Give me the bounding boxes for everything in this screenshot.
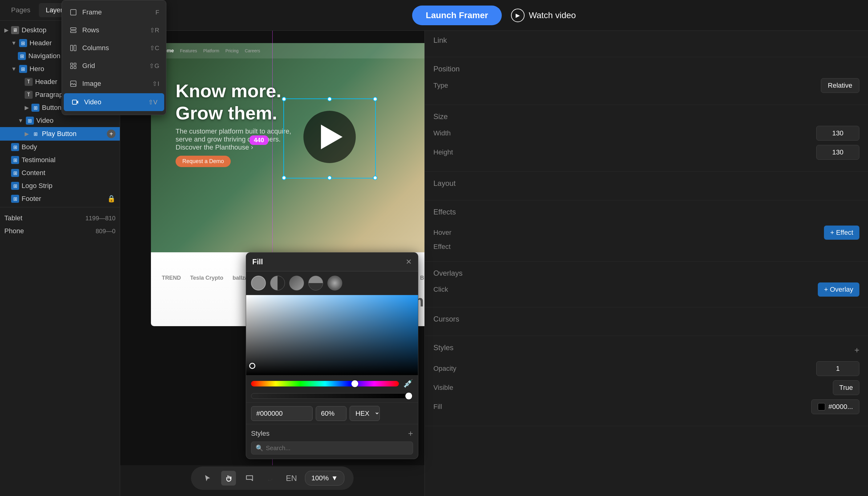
shortcut-label: F	[155, 9, 159, 16]
select-tool-button[interactable]	[200, 471, 215, 485]
layout-title: Layout	[433, 179, 859, 188]
hero-title: Know more.	[176, 80, 291, 102]
mockup-hero-content: Know more. Grow them. The customer platf…	[176, 80, 291, 167]
chevron-icon: ▼	[11, 66, 17, 72]
layer-label: Video	[36, 117, 116, 125]
svg-rect-3	[71, 45, 73, 51]
overlay-button[interactable]: + Overlay	[818, 282, 859, 297]
add-style-button[interactable]: +	[408, 429, 413, 438]
handle-bc[interactable]	[327, 176, 332, 180]
watch-video-button[interactable]: ▶ Watch video	[511, 9, 576, 22]
link-section: Link	[425, 29, 868, 57]
fill-type-gradient[interactable]	[289, 276, 304, 291]
dark-mode-button[interactable]	[263, 471, 278, 485]
layer-phone[interactable]: Phone 809—0	[0, 224, 120, 237]
hover-row: Hover + Effect	[433, 226, 859, 240]
layer-icon: ⊞	[11, 143, 19, 151]
handle-br[interactable]	[373, 176, 377, 180]
shortcut-label: ⇧G	[149, 62, 159, 69]
menu-item-grid[interactable]: Grid ⇧G	[62, 57, 166, 75]
fill-preview[interactable]: #0000...	[811, 399, 859, 414]
hue-slider[interactable]	[251, 381, 399, 386]
fill-type-radial[interactable]	[327, 276, 342, 291]
opacity-input[interactable]	[316, 406, 346, 421]
fill-type-half2[interactable]	[308, 276, 323, 291]
menu-item-rows[interactable]: Rows ⇧R	[62, 21, 166, 39]
opacity-slider[interactable]	[251, 393, 413, 399]
click-row: Click + Overlay	[433, 282, 859, 297]
overlay-plus-icon: +	[824, 285, 828, 293]
layer-play-button[interactable]: ▶ ⊞ Play Button +	[0, 127, 120, 141]
handle-tc[interactable]	[327, 97, 332, 101]
position-section: Position Type Relative	[425, 57, 868, 105]
opacity-value[interactable]: 1	[816, 361, 859, 376]
opacity-label: Opacity	[433, 365, 457, 373]
menu-item-columns[interactable]: Columns ⇧C	[62, 39, 166, 57]
tab-pages[interactable]: Pages	[4, 3, 37, 17]
zoom-control[interactable]: 100% ▼	[305, 471, 344, 485]
height-value[interactable]: 130	[816, 145, 859, 160]
layer-footer[interactable]: ⊞ Footer 🔒	[0, 192, 120, 205]
hover-label: Hover	[433, 229, 451, 237]
close-button[interactable]: ✕	[406, 258, 412, 266]
opacity-row: Opacity 1	[433, 361, 859, 376]
fill-panel: Fill ✕ 💉 HEX RGB HSL Styles +	[246, 252, 418, 459]
svg-rect-8	[74, 66, 76, 68]
layer-label: Phone	[4, 227, 93, 235]
position-type-value[interactable]: Relative	[821, 78, 859, 93]
section-divider	[0, 207, 120, 212]
chevron-icon: ▼	[11, 40, 17, 46]
image-icon	[69, 79, 78, 88]
effect-button[interactable]: + Effect	[824, 226, 859, 240]
menu-item-video[interactable]: Video ⇧V	[64, 93, 164, 111]
hue-thumb[interactable]	[351, 380, 358, 387]
color-picker[interactable]	[246, 295, 418, 375]
layer-icon: 🖥	[11, 26, 19, 34]
hex-input[interactable]	[251, 406, 313, 421]
launch-framer-button[interactable]: Launch Framer	[412, 5, 502, 25]
play-circle-icon: ▶	[511, 9, 525, 22]
menu-item-frame[interactable]: Frame F	[62, 3, 166, 21]
color-picker-dot[interactable]	[249, 363, 255, 369]
effects-section: Effects Hover + Effect Effect	[425, 200, 868, 262]
layer-body[interactable]: ⊞ Body	[0, 141, 120, 154]
styles-label: Styles	[251, 430, 270, 437]
language-button[interactable]: EN	[284, 471, 299, 485]
breakpoint-value: 1199—810	[85, 215, 116, 222]
visible-value[interactable]: True	[833, 380, 859, 395]
handle-bl[interactable]	[282, 176, 286, 180]
menu-label: Columns	[82, 44, 109, 52]
eyedropper-button[interactable]: 💉	[403, 379, 413, 388]
opacity-thumb[interactable]	[405, 393, 412, 399]
svg-rect-4	[74, 45, 76, 51]
layer-video[interactable]: ▼ ⊞ Video	[0, 114, 120, 127]
layer-content[interactable]: ⊞ Content	[0, 167, 120, 180]
fill-type-solid[interactable]	[251, 276, 266, 291]
add-layer-button[interactable]: +	[107, 129, 116, 138]
mockup-nav: Home Features Platform Pricing Careers R…	[151, 43, 424, 59]
menu-item-image[interactable]: Image ⇧I	[62, 75, 166, 93]
logo-tesla: Tesla Crypto	[190, 275, 223, 281]
effects-title: Effects	[433, 208, 456, 216]
comment-tool-button[interactable]	[242, 471, 257, 485]
width-value[interactable]: 130	[816, 126, 859, 141]
styles-search: 🔍	[251, 441, 413, 454]
layer-logo-strip[interactable]: ⊞ Logo Strip	[0, 180, 120, 192]
chevron-icon: ▼	[18, 118, 24, 124]
layer-tablet[interactable]: Tablet 1199—810	[0, 212, 120, 224]
layer-testimonial[interactable]: ⊞ Testimonial	[0, 154, 120, 167]
fill-title: Fill	[252, 258, 263, 266]
handle-tr[interactable]	[373, 97, 377, 101]
color-format-select[interactable]: HEX RGB HSL	[349, 406, 380, 421]
svg-rect-7	[71, 66, 73, 68]
layer-label: Footer	[21, 195, 105, 203]
video-icon	[71, 97, 80, 107]
effect-plus-icon: +	[830, 229, 834, 236]
overlays-section: Overlays Click + Overlay	[425, 262, 868, 307]
fill-type-half[interactable]	[270, 276, 285, 291]
hand-tool-button[interactable]	[221, 471, 236, 485]
play-button[interactable]	[303, 111, 356, 163]
layer-icon: ⊞	[11, 156, 19, 164]
add-style-panel-button[interactable]: +	[854, 345, 859, 355]
styles-search-input[interactable]	[266, 445, 408, 452]
